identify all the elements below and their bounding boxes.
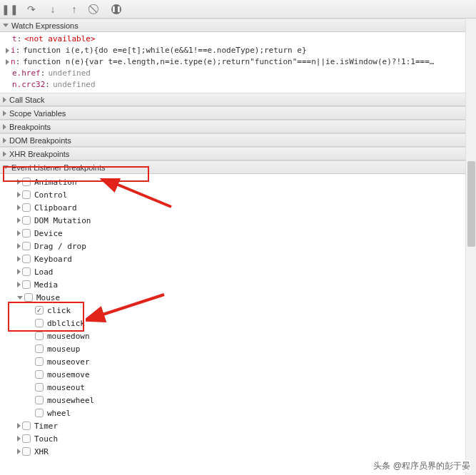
category-checkbox[interactable] (24, 293, 33, 302)
watch-key: i (11, 45, 16, 56)
pause-icon[interactable]: ❚❚ (4, 4, 16, 15)
event-type-row[interactable]: mouseover (0, 355, 465, 368)
chevron-right-icon (17, 205, 21, 210)
section-title: XHR Breakpoints (9, 150, 69, 158)
event-category-row[interactable]: Touch (0, 432, 465, 445)
event-type-row[interactable]: click (0, 304, 465, 317)
watch-value: function n(e){var t=e.length,n=ie.type(e… (23, 56, 434, 68)
watch-expression-row[interactable]: n: function n(e){var t=e.length,n=ie.typ… (0, 56, 465, 68)
category-label: DOM Mutation (34, 216, 91, 225)
chevron-right-icon (17, 243, 21, 249)
event-category-row[interactable]: DOM Mutation (0, 214, 465, 227)
event-category-row[interactable]: Control (0, 188, 465, 201)
event-category-row[interactable]: Animation (0, 175, 465, 188)
category-label: XHR (34, 447, 49, 456)
category-checkbox[interactable] (22, 190, 31, 199)
category-checkbox[interactable] (22, 422, 31, 430)
section-title: DOM Breakpoints (9, 136, 71, 145)
chevron-down-icon (3, 24, 9, 27)
event-checkbox[interactable] (35, 409, 44, 417)
event-label: mousemove (47, 370, 90, 379)
watch-value: <not available> (24, 34, 95, 45)
event-checkbox[interactable] (35, 332, 44, 340)
category-label: Load (34, 267, 54, 277)
chevron-right-icon (17, 230, 21, 236)
category-checkbox[interactable] (22, 434, 31, 443)
event-type-row[interactable]: mousemove (0, 368, 465, 381)
watch-key: t (12, 34, 17, 45)
event-type-row[interactable]: mousedown (0, 330, 465, 342)
event-category-row[interactable]: Drag / drop (0, 240, 465, 252)
category-checkbox[interactable] (22, 255, 31, 263)
pause-on-exceptions-icon[interactable]: ❚❚ (111, 4, 121, 14)
section-title: Watch Expressions (11, 21, 79, 30)
category-checkbox[interactable] (22, 203, 31, 212)
deactivate-breakpoints-icon[interactable]: ⃠ (90, 4, 101, 15)
chevron-right-icon (17, 282, 21, 287)
chevron-right-icon (17, 192, 21, 198)
event-checkbox[interactable] (35, 319, 44, 327)
event-category-row[interactable]: Clipboard (0, 201, 465, 214)
section-title: Scope Variables (9, 109, 66, 118)
category-checkbox[interactable] (22, 178, 31, 186)
event-checkbox[interactable] (35, 357, 44, 366)
event-category-row[interactable]: Load (0, 265, 465, 278)
section-dom-breakpoints[interactable]: DOM Breakpoints (0, 133, 465, 147)
watch-expression-row[interactable]: i: function i(e,t){do e=e[t];while(e&&1!… (0, 45, 465, 56)
event-category-row[interactable]: Media (0, 278, 465, 291)
section-call-stack[interactable]: Call Stack (0, 93, 465, 106)
category-checkbox[interactable] (22, 216, 31, 225)
vertical-scrollbar[interactable] (465, 19, 476, 475)
event-type-row[interactable]: dblclick (0, 317, 465, 330)
scrollbar-thumb[interactable] (467, 161, 475, 247)
section-scope-variables[interactable]: Scope Variables (0, 106, 465, 120)
event-category-row[interactable]: XHR (0, 445, 465, 458)
event-label: mousewheel (47, 396, 94, 405)
chevron-right-icon (17, 218, 21, 223)
category-checkbox[interactable] (22, 280, 31, 289)
section-title: Event Listener Breakpoints (11, 163, 105, 172)
category-checkbox[interactable] (22, 229, 31, 238)
event-type-row[interactable]: mousewheel (0, 394, 465, 407)
section-xhr-breakpoints[interactable]: XHR Breakpoints (0, 147, 465, 160)
event-category-row[interactable]: Keyboard (0, 252, 465, 265)
chevron-right-icon (3, 124, 6, 130)
event-type-row[interactable]: mouseup (0, 342, 465, 355)
chevron-right-icon (6, 59, 9, 65)
section-title: Breakpoints (9, 123, 51, 131)
category-checkbox[interactable] (22, 267, 31, 276)
event-listener-tree: AnimationControlClipboardDOM MutationDev… (0, 174, 465, 459)
event-category-row[interactable]: Timer (0, 419, 465, 432)
watch-expression-row[interactable]: e.href: undefined (0, 68, 465, 79)
event-label: mouseover (47, 357, 90, 367)
watch-expression-row[interactable]: t: <not available> (0, 34, 465, 45)
chevron-right-icon (17, 256, 21, 262)
step-out-icon[interactable]: ↑ (69, 4, 80, 15)
category-checkbox[interactable] (22, 447, 31, 456)
watch-expression-row[interactable]: n.crc32: undefined (0, 79, 465, 91)
chevron-right-icon (17, 269, 21, 275)
event-checkbox[interactable] (35, 383, 44, 392)
watch-expressions-body: t: <not available>i: function i(e,t){do … (0, 32, 465, 93)
section-breakpoints[interactable]: Breakpoints (0, 120, 465, 133)
category-checkbox[interactable] (22, 242, 31, 250)
event-type-row[interactable]: mouseout (0, 381, 465, 394)
watch-key: n (11, 56, 16, 68)
watch-value: undefined (53, 79, 96, 91)
event-checkbox[interactable] (35, 344, 44, 353)
step-over-icon[interactable]: ↷ (26, 4, 37, 15)
event-checkbox[interactable] (35, 396, 44, 404)
event-label: dblclick (47, 319, 85, 328)
section-watch-expressions[interactable]: Watch Expressions (0, 19, 465, 32)
event-checkbox[interactable] (35, 370, 44, 379)
event-label: mousedown (47, 332, 90, 341)
event-type-row[interactable]: wheel (0, 407, 465, 419)
event-category-row[interactable]: Mouse (0, 291, 465, 304)
category-label: Keyboard (34, 255, 72, 264)
event-checkbox[interactable] (35, 306, 44, 315)
category-label: Clipboard (34, 203, 77, 213)
event-category-row[interactable]: Device (0, 227, 465, 240)
chevron-down-icon (3, 165, 9, 169)
section-event-listener-breakpoints[interactable]: Event Listener Breakpoints (0, 160, 465, 174)
step-into-icon[interactable]: ↓ (47, 4, 59, 15)
